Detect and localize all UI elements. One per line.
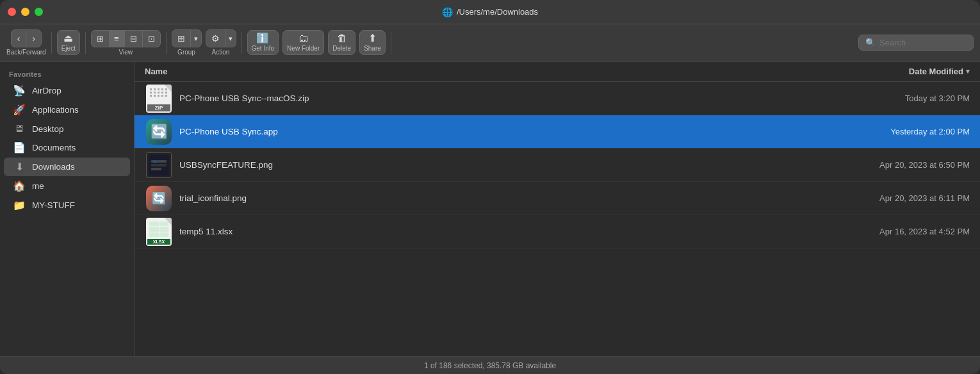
separator-2 (85, 32, 86, 54)
downloads-icon: ⬇ (13, 161, 26, 173)
eject-label: Eject (61, 45, 76, 52)
minimize-button[interactable] (21, 8, 29, 16)
group-icon: ⊞ (177, 33, 185, 44)
maximize-button[interactable] (35, 8, 43, 16)
file-list: Name Date Modified ▾ ZIP PC-Phone USB Sy… (135, 61, 980, 356)
airdrop-icon: 📡 (13, 85, 26, 97)
view-column-btn[interactable]: ⊟ (125, 30, 143, 47)
title-path: /Users/me/Downloads (457, 7, 538, 17)
file-icon-zip: ZIP (145, 85, 173, 113)
sidebar-item-airdrop[interactable]: 📡 AirDrop (4, 81, 130, 100)
file-list-header: Name Date Modified ▾ (135, 61, 980, 82)
header-name[interactable]: Name (145, 67, 816, 76)
table-row[interactable]: 🔄 trial_iconfinal.png Apr 20, 2023 at 6:… (135, 182, 980, 215)
get-info-icon: ℹ️ (256, 33, 269, 44)
sidebar: Favorites 📡 AirDrop 🚀 Applications 🖥 Des… (0, 61, 135, 356)
new-folder-icon: 🗂 (298, 33, 309, 44)
sidebar-item-documents[interactable]: 📄 Documents (4, 138, 130, 157)
action-icon: ⚙ (211, 33, 220, 44)
share-icon: ⬆ (368, 33, 377, 44)
main-content: Favorites 📡 AirDrop 🚀 Applications 🖥 Des… (0, 61, 980, 356)
file-date: Apr 20, 2023 at 6:50 PM (816, 160, 970, 170)
group-button-container: ⊞ ▾ Group (172, 29, 202, 56)
group-label: Group (177, 49, 195, 56)
sidebar-item-mystuff[interactable]: 📁 MY-STUFF (4, 196, 130, 215)
svg-rect-2 (151, 164, 167, 167)
file-name: temp5 11.xlsx (179, 227, 816, 236)
sort-arrow-icon: ▾ (966, 67, 970, 76)
search-input[interactable] (879, 38, 967, 47)
table-row[interactable]: USBSyncFEATURE.png Apr 20, 2023 at 6:50 … (135, 149, 980, 182)
applications-icon: 🚀 (13, 104, 26, 116)
delete-label: Delete (332, 45, 351, 52)
mystuff-icon: 📁 (13, 199, 26, 211)
separator-3 (166, 32, 167, 54)
table-row[interactable]: XLSX temp5 11.xlsx Apr 16, 2023 at 4:52 … (135, 215, 980, 248)
sidebar-item-me[interactable]: 🏠 me (4, 177, 130, 195)
sidebar-label-desktop: Desktop (32, 124, 64, 134)
file-icon-xlsx: XLSX (145, 218, 173, 246)
action-arrow-button[interactable]: ▾ (225, 30, 236, 47)
sidebar-item-applications[interactable]: 🚀 Applications (4, 101, 130, 119)
svg-rect-1 (151, 160, 167, 163)
file-date: Apr 16, 2023 at 4:52 PM (816, 227, 970, 236)
file-date: Apr 20, 2023 at 6:11 PM (816, 193, 970, 203)
get-info-button[interactable]: ℹ️ Get Info (247, 30, 279, 55)
documents-icon: 📄 (13, 142, 26, 154)
forward-button[interactable]: › (26, 29, 42, 47)
sidebar-label-airdrop: AirDrop (32, 86, 61, 95)
eject-button[interactable]: ⏏ Eject (57, 30, 80, 55)
delete-icon: 🗑 (337, 33, 347, 44)
file-icon-png-trial: 🔄 (145, 184, 173, 213)
action-button-container: ⚙ ▾ Action (206, 29, 236, 56)
new-folder-label: New Folder (287, 45, 320, 52)
action-main-button[interactable]: ⚙ (206, 30, 225, 47)
separator-5 (391, 32, 391, 54)
title-folder-icon: 🌐 (442, 7, 453, 17)
view-label: View (118, 49, 133, 56)
file-name: PC-Phone USB Sync.app (179, 127, 816, 136)
sidebar-item-desktop[interactable]: 🖥 Desktop (4, 120, 130, 138)
toolbar: ‹ › Back/Forward ⏏ Eject ⊞ ≡ ⊟ ⊡ View ⊞ … (0, 24, 980, 61)
window-title: 🌐 /Users/me/Downloads (442, 7, 538, 17)
file-icon-app: 🔄 (145, 118, 173, 146)
table-row[interactable]: 🔄 PC-Phone USB Sync.app Yesterday at 2:0… (135, 115, 980, 149)
delete-button[interactable]: 🗑 Delete (328, 30, 355, 55)
file-name: trial_iconfinal.png (179, 193, 816, 203)
back-forward-label: Back/Forward (6, 49, 46, 56)
separator-4 (241, 32, 242, 54)
svg-rect-3 (151, 168, 161, 170)
header-date-modified[interactable]: Date Modified ▾ (816, 67, 970, 76)
sidebar-item-downloads[interactable]: ⬇ Downloads (4, 158, 130, 176)
sidebar-label-mystuff: MY-STUFF (32, 200, 75, 210)
table-row[interactable]: ZIP PC-Phone USB Sync--macOS.zip Today a… (135, 82, 980, 115)
sidebar-label-me: me (32, 181, 44, 191)
new-folder-button[interactable]: 🗂 New Folder (282, 30, 324, 55)
share-label: Share (364, 45, 381, 52)
close-button[interactable] (8, 8, 16, 16)
title-bar: 🌐 /Users/me/Downloads (0, 0, 980, 24)
status-text: 1 of 186 selected, 385.78 GB available (424, 361, 556, 370)
sidebar-label-documents: Documents (32, 143, 76, 152)
sidebar-label-downloads: Downloads (32, 162, 75, 172)
eject-icon: ⏏ (63, 33, 73, 44)
view-buttons-group: ⊞ ≡ ⊟ ⊡ View (91, 30, 161, 56)
traffic-lights (8, 8, 43, 16)
status-bar: 1 of 186 selected, 385.78 GB available (0, 356, 980, 374)
separator-1 (51, 32, 52, 54)
share-button[interactable]: ⬆ Share (359, 30, 386, 55)
back-button[interactable]: ‹ (11, 29, 26, 47)
search-box[interactable]: 🔍 (858, 35, 974, 51)
sidebar-section-favorites: Favorites (0, 68, 134, 81)
group-main-button[interactable]: ⊞ (172, 30, 190, 47)
view-gallery-btn[interactable]: ⊡ (143, 30, 161, 47)
action-label: Action (212, 49, 230, 56)
view-icon-btn[interactable]: ⊞ (91, 30, 109, 47)
search-icon: 🔍 (865, 38, 876, 47)
back-forward-group: ‹ › Back/Forward (6, 29, 46, 56)
view-list-btn[interactable]: ≡ (109, 30, 125, 47)
file-name: USBSyncFEATURE.png (179, 160, 816, 170)
file-date: Today at 3:20 PM (816, 94, 970, 103)
file-date: Yesterday at 2:00 PM (816, 127, 970, 136)
group-arrow-button[interactable]: ▾ (190, 30, 201, 47)
